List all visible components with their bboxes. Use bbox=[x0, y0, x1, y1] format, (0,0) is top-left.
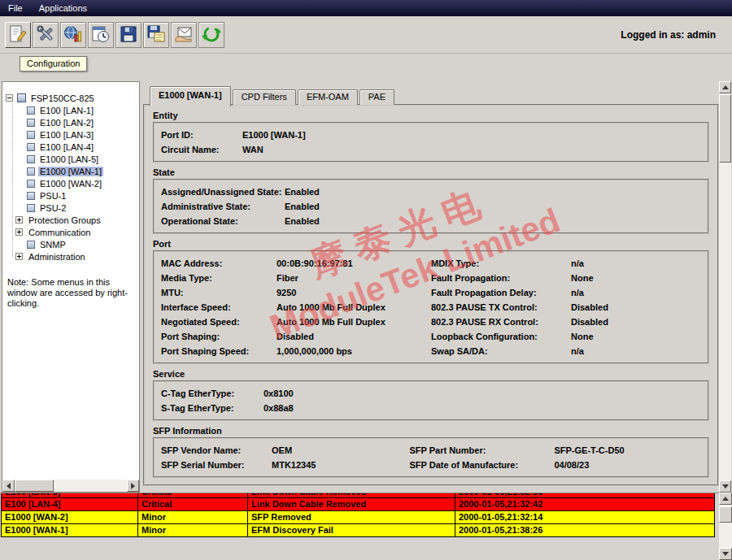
scrollbar-thumb[interactable] bbox=[719, 506, 732, 523]
alarm-row[interactable]: E100 [LAN-4] Critical Link Down Cable Re… bbox=[1, 498, 715, 511]
scheduler-button[interactable] bbox=[88, 22, 114, 48]
port-right-column: MDIX Type: n/a Fault Propagation: None F… bbox=[431, 256, 701, 358]
state-fieldbox: Assigned/Unassigned State: Enabled Admin… bbox=[153, 179, 709, 234]
field-label: Port ID: bbox=[161, 128, 242, 142]
alarm-time: 2000-01-05,21:32:14 bbox=[455, 511, 716, 523]
menu-applications[interactable]: Applications bbox=[39, 3, 87, 13]
configuration-tools-button[interactable] bbox=[33, 22, 59, 48]
field-media-type: Media Type: Fiber bbox=[161, 271, 431, 285]
save-config-button[interactable] bbox=[143, 22, 169, 48]
field-value: Fiber bbox=[277, 271, 298, 285]
configuration-tools-icon bbox=[36, 24, 55, 46]
port-icon bbox=[27, 106, 35, 115]
menu-file[interactable]: File bbox=[8, 3, 23, 13]
alarm-source: E100 [LAN-3] bbox=[2, 493, 138, 497]
sync-clock-button[interactable] bbox=[198, 22, 224, 48]
sfp-right-column: SFP Part Number: SFP-GE-T-C-D50 SFP Date… bbox=[409, 443, 701, 472]
edit-document-button[interactable] bbox=[5, 22, 31, 48]
field-value: 00:0B:90:16:97:81 bbox=[277, 256, 353, 271]
tree-horizontal-scrollbar[interactable] bbox=[2, 480, 139, 492]
tree-item-protection-groups[interactable]: Protection Groups bbox=[2, 214, 139, 226]
field-label: SFP Part Number: bbox=[409, 443, 554, 458]
scrollbar-thumb[interactable] bbox=[15, 480, 54, 492]
field-value: MTK12345 bbox=[272, 458, 316, 472]
field-fault-propagation: Fault Propagation: None bbox=[431, 271, 701, 285]
field-label: Media Type: bbox=[161, 271, 277, 285]
arrow-up-icon bbox=[722, 497, 729, 501]
expand-icon[interactable] bbox=[15, 216, 23, 224]
services-button[interactable] bbox=[171, 22, 197, 48]
field-mtu: MTU: 9250 bbox=[161, 285, 431, 300]
tab-bar: E1000 [WAN-1] CPD Filters EFM-OAM PAE bbox=[150, 85, 396, 105]
collapse-icon[interactable] bbox=[6, 94, 13, 102]
field-mdix-type: MDIX Type: n/a bbox=[431, 256, 701, 271]
alarm-time: 2000-01-05,21:32:36 bbox=[455, 493, 716, 497]
save-config-icon bbox=[146, 24, 166, 46]
field-value: E1000 [WAN-1] bbox=[242, 128, 306, 142]
port-details-panel: Entity Port ID: E1000 [WAN-1] Circuit Na… bbox=[143, 104, 719, 486]
service-section: Service C-Tag EtherType: 0x8100 S-Tag Et… bbox=[153, 369, 709, 421]
alarm-table-panel: E100 [LAN-3] Critical Link Down Cable Re… bbox=[0, 493, 719, 560]
section-title: Entity bbox=[153, 111, 709, 120]
field-value: Disabled bbox=[571, 300, 608, 315]
alarm-time: 2000-01-05,21:38:26 bbox=[455, 524, 716, 536]
tree-item-e100-lan-2[interactable]: E100 [LAN-2] bbox=[2, 116, 139, 128]
section-title: SFP Information bbox=[153, 426, 709, 436]
scrollbar-thumb[interactable] bbox=[719, 94, 731, 163]
scroll-down-button[interactable] bbox=[719, 480, 731, 493]
field-label: Interface Speed: bbox=[161, 300, 277, 315]
logged-in-label: Logged in as: admin bbox=[621, 29, 716, 41]
statistics-icon bbox=[63, 24, 83, 46]
scroll-down-button[interactable] bbox=[719, 548, 732, 560]
field-c-tag-ethertype: C-Tag EtherType: 0x8100 bbox=[161, 386, 701, 401]
entity-section: Entity Port ID: E1000 [WAN-1] Circuit Na… bbox=[153, 111, 709, 163]
tab-e1000-wan-1[interactable]: E1000 [WAN-1] bbox=[150, 86, 231, 106]
port-icon bbox=[27, 155, 35, 163]
tree-item-e100-lan-1[interactable]: E100 [LAN-1] bbox=[2, 104, 139, 116]
field-value: 1,000,000,000 bps bbox=[277, 344, 352, 358]
tree-item-e1000-wan-1[interactable]: E1000 [WAN-1] bbox=[2, 165, 139, 177]
scroll-up-button[interactable] bbox=[719, 81, 731, 93]
tree-item-e100-lan-3[interactable]: E100 [LAN-3] bbox=[2, 128, 139, 141]
field-value: SFP-GE-T-C-D50 bbox=[554, 443, 624, 458]
field-label: S-Tag EtherType: bbox=[161, 401, 264, 415]
field-sfp-part-number: SFP Part Number: SFP-GE-T-C-D50 bbox=[409, 443, 701, 458]
scroll-up-button[interactable] bbox=[719, 493, 732, 505]
tab-cpd-filters[interactable]: CPD Filters bbox=[233, 89, 296, 105]
alarm-vertical-scrollbar[interactable] bbox=[719, 493, 732, 560]
alarm-description: EFM Discovery Fail bbox=[248, 524, 455, 536]
field-operational-state: Operational State: Enabled bbox=[161, 214, 701, 228]
tree-item-snmp[interactable]: SNMP bbox=[2, 238, 139, 250]
field-value: None bbox=[571, 329, 594, 344]
field-loopback-configuration: Loopback Configuration: None bbox=[431, 329, 701, 344]
tree-item-psu-2[interactable]: PSU-2 bbox=[2, 202, 139, 214]
alarm-source: E100 [LAN-4] bbox=[2, 498, 138, 510]
tab-efm-oam[interactable]: EFM-OAM bbox=[298, 89, 358, 105]
save-button[interactable] bbox=[115, 22, 142, 48]
toolbar: Logged in as: admin bbox=[0, 16, 732, 54]
statistics-button[interactable] bbox=[60, 22, 86, 48]
arrow-left-icon bbox=[7, 483, 11, 489]
tree-root-fsp150cc-825[interactable]: FSP150CC-825 bbox=[2, 92, 139, 104]
alarm-row[interactable]: E1000 [WAN-1] Minor EFM Discovery Fail 2… bbox=[1, 524, 715, 537]
field-value: 9250 bbox=[277, 285, 296, 300]
tab-pae[interactable]: PAE bbox=[359, 89, 394, 105]
tree-item-e1000-wan-2[interactable]: E1000 [WAN-2] bbox=[2, 177, 139, 189]
tree-item-psu-1[interactable]: PSU-1 bbox=[2, 189, 139, 202]
field-label: Negotiated Speed: bbox=[161, 315, 277, 329]
tree-item-communication[interactable]: Communication bbox=[2, 226, 139, 238]
alarm-row[interactable]: E1000 [WAN-2] Minor SFP Removed 2000-01-… bbox=[1, 511, 715, 524]
field-label: Fault Propagation: bbox=[431, 271, 571, 285]
tree-item-e1000-lan-5[interactable]: E1000 [LAN-5] bbox=[2, 153, 139, 165]
expand-icon[interactable] bbox=[15, 253, 23, 260]
entity-fieldbox: Port ID: E1000 [WAN-1] Circuit Name: WAN bbox=[153, 122, 709, 163]
scroll-left-button[interactable] bbox=[2, 480, 15, 492]
configuration-tooltip: Configuration bbox=[20, 56, 87, 72]
tree-item-e100-lan-4[interactable]: E100 [LAN-4] bbox=[2, 141, 139, 153]
alarm-row[interactable]: E100 [LAN-3] Critical Link Down Cable Re… bbox=[1, 493, 715, 498]
scroll-right-button[interactable] bbox=[127, 480, 139, 492]
port-icon bbox=[27, 180, 35, 188]
content-vertical-scrollbar[interactable] bbox=[719, 81, 731, 493]
expand-icon[interactable] bbox=[15, 228, 23, 236]
tree-item-administration[interactable]: Administration bbox=[2, 250, 139, 263]
